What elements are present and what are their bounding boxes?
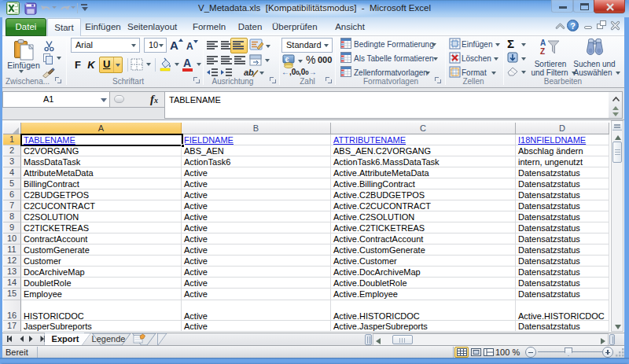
svg-text:€: € [285, 56, 289, 64]
svg-text:A: A [540, 39, 546, 47]
svg-text:Z: Z [540, 47, 545, 56]
svg-text:ab: ab [244, 68, 254, 77]
